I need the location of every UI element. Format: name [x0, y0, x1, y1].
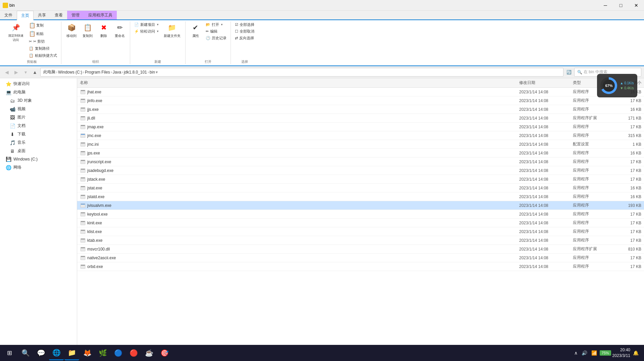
minimize-button[interactable]: ─ [598, 0, 613, 11]
taskbar-network-icon[interactable]: 📶 [590, 349, 598, 357]
taskbar-java[interactable]: ☕ [142, 346, 156, 360]
copy-path-icon: 📋 [29, 46, 34, 51]
cut-button[interactable]: ✂ ✂ 剪切 [28, 38, 58, 45]
copy-path-button[interactable]: 📋 复制路径 [28, 45, 58, 52]
new-item-icon: 📄 [134, 22, 139, 27]
paste-button[interactable]: 📋 粘贴 [28, 30, 58, 38]
table-row[interactable]: jhat.exe 2023/1/14 14:08 应用程序 16 KB [77, 88, 644, 96]
table-row[interactable]: jrunscript.exe 2023/1/14 14:08 应用程序 17 K… [77, 157, 644, 166]
col-date-header[interactable]: 修改日期 [516, 80, 570, 86]
copy-button[interactable]: 📋 复制 [28, 21, 58, 29]
file-date: 2023/1/14 14:08 [516, 247, 570, 252]
table-row[interactable]: orbd.exe 2023/1/14 14:08 应用程序 17 KB [77, 262, 644, 271]
table-row[interactable]: jstat.exe 2023/1/14 14:08 应用程序 16 KB [77, 184, 644, 192]
table-row[interactable]: jmc.exe 2023/1/14 14:08 应用程序 315 KB [77, 131, 644, 140]
properties-button[interactable]: ✔ 属性 [188, 21, 203, 39]
tab-app-tools[interactable]: 应用程序工具 [84, 11, 117, 19]
table-row[interactable]: keytool.exe 2023/1/14 14:08 应用程序 17 KB [77, 210, 644, 219]
sidebar-item-3d[interactable]: 🗂 3D 对象 [0, 96, 77, 105]
move-button[interactable]: 📦 移动到 [64, 21, 79, 39]
tab-view[interactable]: 查看 [50, 11, 67, 19]
sidebar-item-music[interactable]: 🎵 音乐 [0, 138, 77, 147]
table-row[interactable]: jstack.exe 2023/1/14 14:08 应用程序 17 KB [77, 175, 644, 184]
taskbar-sound-icon[interactable]: 🔊 [580, 349, 589, 357]
taskbar-chrome[interactable]: 🔵 [111, 346, 126, 360]
new-item-button[interactable]: 📄 新建项目 ▼ [133, 21, 160, 28]
easy-access-button[interactable]: ⚡ 轻松访问 ▼ [133, 28, 160, 35]
sidebar-item-video[interactable]: 📹 视频 [0, 105, 77, 113]
sidebar-item-windows-c[interactable]: 💾 Windows (C:) [0, 155, 77, 163]
table-row[interactable]: jvisualvm.exe 2023/1/14 14:08 应用程序 193 K… [77, 201, 644, 210]
table-row[interactable]: jjs.exe 2023/1/14 14:08 应用程序 16 KB [77, 105, 644, 114]
delete-button[interactable]: ✖ 删除 [96, 21, 111, 39]
col-name-header[interactable]: 名称 [77, 80, 516, 86]
taskbar-explorer[interactable]: 📁 [64, 346, 79, 360]
invert-select-button[interactable]: ⇄ 反向选择 [234, 35, 256, 41]
table-row[interactable]: jli.dll 2023/1/14 14:08 应用程序扩展 171 KB [77, 114, 644, 123]
rename-button[interactable]: ✏ 重命名 [112, 21, 127, 39]
path-part-4[interactable]: jdk1.8.0_101 [124, 70, 147, 75]
select-all-icon: ☑ [235, 22, 238, 27]
sidebar-item-desktop[interactable]: 🖥 桌面 [0, 147, 77, 155]
table-row[interactable]: jstatd.exe 2023/1/14 14:08 应用程序 16 KB [77, 192, 644, 201]
taskbar-arrow-icon[interactable]: ∧ [573, 349, 579, 357]
new-folder-button[interactable]: 📁 新建文件夹 [162, 21, 183, 39]
refresh-button[interactable]: 🔄 [565, 68, 573, 76]
taskbar-search[interactable]: 🔍 [18, 346, 33, 360]
path-part-2[interactable]: Program Files [85, 70, 110, 75]
path-part-1[interactable]: Windows (C:) [58, 70, 82, 75]
recent-button[interactable]: ▾ [21, 68, 30, 76]
taskbar-app1[interactable]: 🔴 [126, 346, 141, 360]
taskbar-notification-icon[interactable]: 🔔 [632, 349, 640, 357]
music-icon: 🎵 [9, 140, 15, 145]
history-button[interactable]: 🕐 历史记录 [204, 35, 228, 41]
taskbar-green-app[interactable]: 🌿 [95, 346, 110, 360]
pin-button[interactable]: 📌 固定到快速访问 [5, 21, 26, 43]
maximize-button[interactable]: □ [613, 0, 629, 11]
sidebar-item-this-pc[interactable]: 💻 此电脑 [0, 88, 77, 96]
table-row[interactable]: native2ascii.exe 2023/1/14 14:08 应用程序 17… [77, 254, 644, 262]
back-button[interactable]: ◀ [3, 68, 11, 76]
sidebar-item-downloads[interactable]: ⬇ 下载 [0, 130, 77, 138]
tab-manage[interactable]: 管理 [67, 11, 84, 19]
forward-button[interactable]: ▶ [12, 68, 20, 76]
close-button[interactable]: ✕ [629, 0, 644, 11]
table-row[interactable]: jps.exe 2023/1/14 14:08 应用程序 16 KB [77, 149, 644, 157]
select-all-button[interactable]: ☑ 全部选择 [234, 21, 256, 28]
sidebar-item-quick-access[interactable]: ⭐ 快速访问 [0, 80, 77, 88]
paste-shortcut-icon: 📋 [29, 53, 34, 58]
battery-indicator[interactable]: 75% [600, 350, 611, 356]
sidebar-item-network[interactable]: 🌐 网络 [0, 163, 77, 172]
up-button[interactable]: ▲ [31, 68, 39, 76]
cut-icon: ✂ [29, 39, 32, 44]
table-row[interactable]: jinfo.exe 2023/1/14 14:08 应用程序 17 KB [77, 96, 644, 105]
open-button[interactable]: 📂 打开 ▼ [204, 21, 228, 28]
taskbar-clock[interactable]: 20:40 2023/3/11 [612, 347, 630, 359]
tab-file[interactable]: 文件 [0, 11, 17, 19]
paste-shortcut-button[interactable]: 📋 粘贴快捷方式 [28, 52, 58, 59]
edit-button[interactable]: ✏ 编辑 [204, 28, 228, 35]
taskbar-cortana[interactable]: 💬 [34, 346, 48, 360]
start-button[interactable]: ⊞ [1, 345, 17, 361]
taskbar-edge[interactable]: 🌐 [49, 346, 64, 360]
table-row[interactable]: kinit.exe 2023/1/14 14:08 应用程序 17 KB [77, 219, 644, 227]
sidebar-item-images[interactable]: 🖼 图片 [0, 113, 77, 122]
table-row[interactable]: jmc.ini 2023/1/14 14:08 配置设置 1 KB [77, 140, 644, 149]
table-row[interactable]: jsadebugd.exe 2023/1/14 14:08 应用程序 17 KB [77, 166, 644, 175]
select-none-button[interactable]: ☐ 全部取消 [234, 28, 256, 35]
sidebar-item-documents[interactable]: 📄 文档 [0, 122, 77, 130]
tab-home[interactable]: 主页 [17, 11, 34, 20]
path-part-0[interactable]: 此电脑 [43, 69, 55, 75]
table-row[interactable]: ktab.exe 2023/1/14 14:08 应用程序 17 KB [77, 236, 644, 245]
table-row[interactable]: klist.exe 2023/1/14 14:08 应用程序 17 KB [77, 227, 644, 236]
path-part-5[interactable]: bin [150, 70, 155, 75]
tab-share[interactable]: 共享 [34, 11, 50, 19]
path-part-3[interactable]: Java [113, 70, 121, 75]
taskbar-firefox[interactable]: 🦊 [80, 346, 95, 360]
table-row[interactable]: msvcr100.dll 2023/1/14 14:08 应用程序扩展 810 … [77, 245, 644, 254]
table-row[interactable]: jmap.exe 2023/1/14 14:08 应用程序 17 KB [77, 123, 644, 131]
address-path[interactable]: 此电脑 › Windows (C:) › Program Files › Jav… [40, 68, 563, 77]
file-name: jmc.exe [87, 133, 101, 138]
copy-to-button[interactable]: 📋 复制到 [80, 21, 95, 39]
taskbar-app2[interactable]: 🎯 [157, 346, 172, 360]
